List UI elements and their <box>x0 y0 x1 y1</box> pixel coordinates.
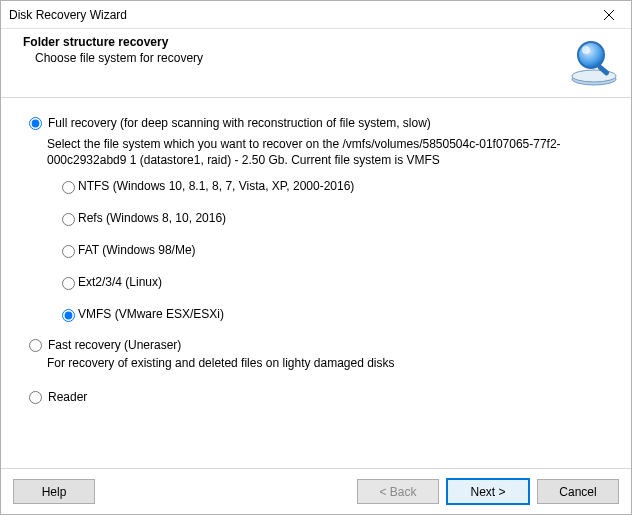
mode-reader-radio[interactable] <box>29 391 42 404</box>
close-icon <box>604 10 614 20</box>
back-button[interactable]: < Back <box>357 479 439 504</box>
fs-ext-radio[interactable] <box>62 277 75 290</box>
svg-point-4 <box>578 42 604 68</box>
fs-fat-label[interactable]: FAT (Windows 98/Me) <box>78 243 196 257</box>
mode-full-radio[interactable] <box>29 117 42 130</box>
svg-point-5 <box>582 46 590 54</box>
mode-full-description: Select the file system which you want to… <box>47 136 603 168</box>
wizard-window: Disk Recovery Wizard Folder structure re… <box>0 0 632 515</box>
help-button[interactable]: Help <box>13 479 95 504</box>
fs-ext-label[interactable]: Ext2/3/4 (Linux) <box>78 275 162 289</box>
next-button[interactable]: Next > <box>447 479 529 504</box>
mode-fast-label[interactable]: Fast recovery (Uneraser) <box>48 338 181 352</box>
wizard-icon <box>569 37 619 87</box>
fs-refs-label[interactable]: Refs (Windows 8, 10, 2016) <box>78 211 226 225</box>
svg-point-3 <box>572 70 616 82</box>
fs-refs-radio[interactable] <box>62 213 75 226</box>
close-button[interactable] <box>587 1 631 29</box>
fs-vmfs-radio[interactable] <box>62 309 75 322</box>
wizard-footer: Help < Back Next > Cancel <box>1 468 631 514</box>
fs-ntfs-radio[interactable] <box>62 181 75 194</box>
wizard-body: Full recovery (for deep scanning with re… <box>1 98 631 468</box>
titlebar: Disk Recovery Wizard <box>1 1 631 29</box>
wizard-header: Folder structure recovery Choose file sy… <box>1 29 631 97</box>
mode-fast-radio[interactable] <box>29 339 42 352</box>
cancel-button[interactable]: Cancel <box>537 479 619 504</box>
page-subtitle: Choose file system for recovery <box>35 51 569 65</box>
mode-fast-description: For recovery of existing and deleted fil… <box>47 356 603 370</box>
window-title: Disk Recovery Wizard <box>9 8 587 22</box>
mode-reader-label[interactable]: Reader <box>48 390 87 404</box>
mode-full-label[interactable]: Full recovery (for deep scanning with re… <box>48 116 431 130</box>
filesystem-options: NTFS (Windows 10, 8.1, 8, 7, Vista, XP, … <box>57 178 603 322</box>
page-title: Folder structure recovery <box>23 35 569 49</box>
fs-ntfs-label[interactable]: NTFS (Windows 10, 8.1, 8, 7, Vista, XP, … <box>78 179 354 193</box>
fs-fat-radio[interactable] <box>62 245 75 258</box>
fs-vmfs-label[interactable]: VMFS (VMware ESX/ESXi) <box>78 307 224 321</box>
